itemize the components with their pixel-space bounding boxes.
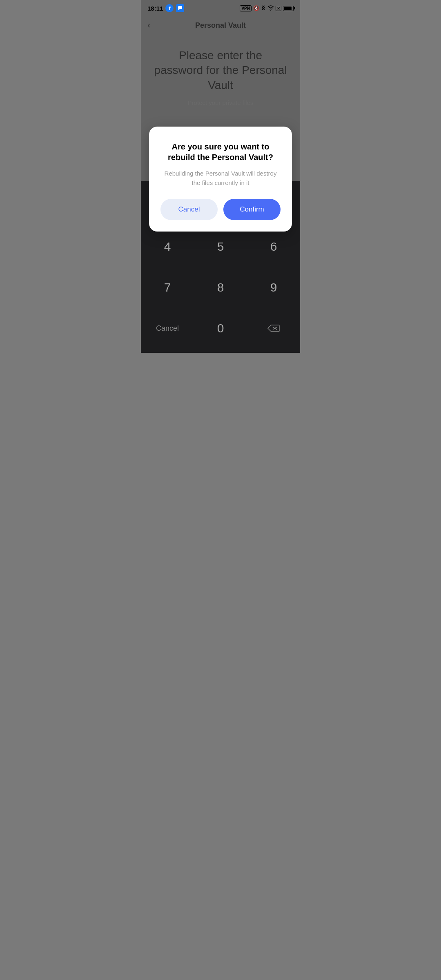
dialog-title: Are you sure you want to rebuild the Per… <box>160 141 281 163</box>
wifi-icon <box>267 5 274 12</box>
mute-icon: 🔇 <box>253 5 259 11</box>
numpad-key-0[interactable]: 0 <box>194 308 247 349</box>
bluetooth-icon <box>261 4 266 12</box>
numpad-backspace-button[interactable] <box>247 308 300 349</box>
status-bar: 18:11 f VPN 🔇 ✕ <box>141 0 300 15</box>
status-bar-right: VPN 🔇 ✕ <box>240 4 294 12</box>
cancel-button[interactable]: Cancel <box>160 199 218 220</box>
confirm-button[interactable]: Confirm <box>223 199 281 220</box>
page-header: ‹ Personal Vault <box>141 15 300 36</box>
status-time: 18:11 <box>147 5 163 12</box>
vpn-indicator: VPN <box>240 5 252 11</box>
numpad-cancel-button[interactable]: Cancel <box>141 308 194 349</box>
status-bar-left: 18:11 f <box>147 4 184 12</box>
dialog-buttons: Cancel Confirm <box>160 199 281 220</box>
messenger-icon <box>176 4 184 12</box>
numpad-key-9[interactable]: 9 <box>247 267 300 308</box>
numpad-key-6[interactable]: 6 <box>247 226 300 267</box>
numpad-key-7[interactable]: 7 <box>141 267 194 308</box>
page-title: Personal Vault <box>195 21 246 30</box>
main-content: Please enter the password for the Person… <box>141 36 300 114</box>
x-icon: ✕ <box>276 6 281 11</box>
numpad-key-8[interactable]: 8 <box>194 267 247 308</box>
svg-rect-0 <box>178 6 182 9</box>
confirmation-dialog: Are you sure you want to rebuild the Per… <box>149 127 292 232</box>
battery-icon <box>283 6 294 11</box>
numpad-key-5[interactable]: 5 <box>194 226 247 267</box>
back-button[interactable]: ‹ <box>147 20 150 31</box>
facebook-icon: f <box>165 4 174 12</box>
dialog-message: Rebuilding the Personal Vault will destr… <box>160 169 281 187</box>
numpad-key-4[interactable]: 4 <box>141 226 194 267</box>
main-subtitle: Protect your private files <box>153 99 288 106</box>
main-title: Please enter the password for the Person… <box>153 48 288 93</box>
svg-marker-1 <box>178 9 180 10</box>
svg-point-2 <box>270 10 271 11</box>
